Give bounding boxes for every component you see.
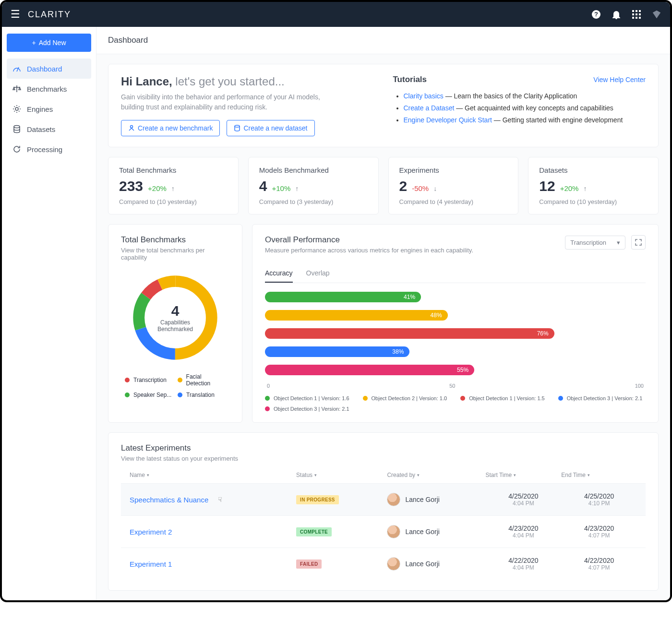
legend-item: Object Detection 3 | Version: 2.1 (265, 406, 349, 412)
experiments-subtitle: View the latest status on your experimen… (121, 455, 646, 462)
performance-axis: 050100 (265, 383, 646, 389)
table-row[interactable]: Experiment 1 FAILED Lance Gorji 4/22/202… (121, 548, 646, 580)
hamburger-icon[interactable]: ☰ (11, 8, 20, 21)
sidebar-item-dashboard[interactable]: Dashboard (7, 59, 91, 79)
donut-center-label: Capabilities Benchmarked (151, 319, 199, 333)
performance-tabs: AccuracyOverlap (265, 269, 646, 283)
svg-rect-8 (632, 17, 634, 19)
main: Dashboard Hi Lance, let's get you starte… (96, 27, 670, 600)
apps-grid-icon[interactable] (632, 10, 641, 19)
svg-text:?: ? (594, 11, 598, 18)
tutorial-item: Engine Developer Quick Start — Getting s… (404, 114, 646, 126)
legend-dot-icon (125, 378, 130, 382)
tutorial-link[interactable]: Engine Developer Quick Start (404, 116, 492, 124)
legend-label: Speaker Sep... (133, 392, 171, 398)
creator-name: Lance Gorji (405, 496, 440, 503)
svg-point-13 (131, 126, 133, 128)
legend-label: Object Detection 1 | Version: 1.5 (469, 395, 545, 401)
legend-dot-icon (460, 396, 465, 401)
legend-item: Translation (178, 392, 226, 398)
svg-rect-2 (632, 10, 634, 12)
arrow-up-icon: ↑ (171, 185, 175, 192)
status-badge: COMPLETE (296, 527, 332, 536)
create-dataset-label: Create a new dataset (243, 124, 307, 132)
stat-value: 12 (539, 178, 555, 194)
experiment-name-link[interactable]: Experiment 2 (130, 528, 172, 536)
legend-dot-icon (558, 396, 563, 401)
donut-center-value: 4 (151, 303, 199, 319)
tab-overlap[interactable]: Overlap (306, 269, 330, 283)
col-end-header[interactable]: End Time▾ (561, 472, 637, 478)
col-status-header[interactable]: Status▾ (296, 472, 387, 478)
logo-icon[interactable] (652, 10, 661, 19)
tab-accuracy[interactable]: Accuracy (265, 269, 293, 283)
legend-item: Transcription (125, 373, 173, 387)
tutorial-link[interactable]: Clarity basics (404, 92, 444, 100)
gear-icon (12, 105, 21, 113)
tutorial-link[interactable]: Create a Dataset (404, 104, 455, 112)
create-dataset-button[interactable]: Create a new dataset (227, 120, 314, 136)
help-icon[interactable]: ? (591, 10, 601, 19)
plus-icon: + (32, 39, 36, 47)
col-start-header[interactable]: Start Time▾ (485, 472, 561, 478)
arrow-up-icon: ↑ (295, 185, 299, 192)
stat-label: Total Benchmarks (119, 166, 228, 174)
legend-label: Translation (186, 392, 215, 398)
topbar: ☰ CLARITY ? (2, 2, 670, 27)
arrow-up-icon: ↑ (583, 185, 587, 192)
legend-item: Speaker Sep... (125, 392, 173, 398)
legend-item: Object Detection 2 | Version: 1.0 (363, 395, 447, 401)
svg-point-11 (15, 107, 18, 110)
table-row[interactable]: Speechmatics & Nuance☟ IN PROGRESS Lance… (121, 483, 646, 515)
capability-select-value: Transcription (570, 239, 606, 246)
tutorial-desc: — Get acquainted with key concepts and c… (454, 104, 613, 112)
legend-label: Object Detection 2 | Version: 1.0 (372, 395, 447, 401)
creator-name: Lance Gorji (405, 528, 440, 536)
sidebar-item-benchmarks[interactable]: Benchmarks (7, 79, 91, 99)
stat-card: Experiments 2 -50% ↓ Compared to (4 yest… (388, 157, 519, 214)
stat-compare: Compared to (4 yesterday) (399, 198, 508, 205)
donut-legend: TranscriptionFacial DetectionSpeaker Sep… (121, 373, 229, 398)
expand-icon[interactable] (631, 235, 646, 250)
bell-icon[interactable] (612, 10, 621, 19)
start-date: 4/23/2020 (508, 524, 538, 532)
performance-legend: Object Detection 1 | Version: 1.6Object … (265, 395, 646, 412)
bar-row: 76% (265, 328, 646, 342)
add-new-button[interactable]: + Add New (7, 34, 91, 52)
col-created-header[interactable]: Created by▾ (387, 472, 485, 478)
start-date: 4/25/2020 (508, 492, 538, 500)
col-name-header[interactable]: Name▾ (130, 472, 296, 478)
stat-value: 4 (259, 178, 267, 194)
experiment-name-link[interactable]: Speechmatics & Nuance (130, 496, 208, 504)
dataset-icon (234, 125, 240, 131)
sidebar-item-processing[interactable]: Processing (7, 139, 91, 159)
creator-name: Lance Gorji (405, 560, 440, 568)
sidebar-item-engines[interactable]: Engines (7, 99, 91, 119)
experiment-name-link[interactable]: Experiment 1 (130, 560, 172, 568)
performance-title: Overall Performance (265, 235, 473, 245)
brand-name: CLARITY (28, 10, 71, 20)
svg-rect-4 (639, 10, 641, 12)
help-center-link[interactable]: View Help Center (593, 76, 646, 83)
svg-rect-7 (639, 13, 641, 15)
bar: 41% (265, 292, 421, 302)
stat-label: Models Benchmarked (259, 166, 368, 174)
capability-select[interactable]: Transcription ▾ (565, 236, 625, 250)
donut-title: Total Benchmarks (121, 235, 229, 245)
avatar (387, 493, 400, 506)
stat-delta: +10% (272, 184, 290, 192)
sidebar-item-label: Datasets (27, 125, 55, 133)
svg-point-12 (14, 126, 20, 128)
donut-panel: Total Benchmarks View the total benchmar… (108, 224, 242, 423)
stats-row: Total Benchmarks 233 +20% ↑ Compared to … (108, 157, 659, 214)
stat-label: Datasets (539, 166, 648, 174)
table-row[interactable]: Experiment 2 COMPLETE Lance Gorji 4/23/2… (121, 515, 646, 548)
end-time: 4:10 PM (588, 500, 610, 507)
end-date: 4/25/2020 (584, 492, 614, 500)
legend-label: Object Detection 3 | Version: 2.1 (567, 395, 643, 401)
create-benchmark-button[interactable]: Create a new benchmark (121, 120, 220, 136)
legend-item: Facial Detection (178, 373, 226, 387)
sidebar-item-datasets[interactable]: Datasets (7, 119, 91, 139)
stat-delta: +20% (148, 184, 167, 192)
greeting: Hi Lance, let's get you started... (121, 75, 374, 88)
